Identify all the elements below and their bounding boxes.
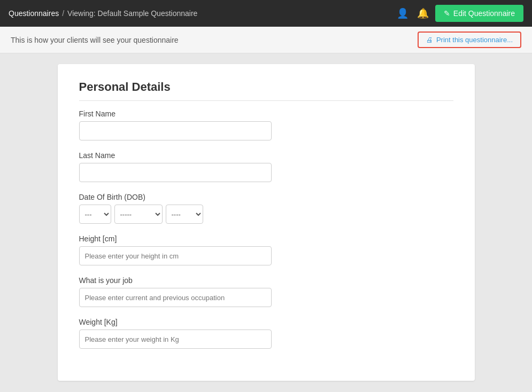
form-group-dob: Date Of Birth (DOB) --- ----- ---- <box>79 193 453 224</box>
edit-button-label: Edit Questionnaire <box>453 9 515 18</box>
form-group-first-name: First Name <box>79 109 453 140</box>
weight-input[interactable] <box>79 330 272 349</box>
preview-banner: This is how your clients will see your q… <box>0 27 532 53</box>
job-input[interactable] <box>79 288 272 307</box>
job-label: What is your job <box>79 276 453 285</box>
print-questionnaire-button[interactable]: 🖨 Print this questionnaire... <box>418 32 521 48</box>
user-icon: 👤 <box>397 7 408 19</box>
first-name-label: First Name <box>79 109 453 118</box>
last-name-input[interactable] <box>79 163 272 182</box>
last-name-label: Last Name <box>79 151 453 160</box>
form-group-job: What is your job <box>79 276 453 307</box>
weight-label: Weight [Kg] <box>79 318 453 326</box>
dob-row: --- ----- ---- <box>79 205 453 224</box>
dob-month-select[interactable]: ----- <box>114 205 163 224</box>
edit-icon: ✎ <box>444 9 450 18</box>
edit-questionnaire-button[interactable]: ✎ Edit Questionnaire <box>435 5 523 22</box>
form-card: Personal Details First Name Last Name Da… <box>58 64 475 381</box>
bell-icon: 🔔 <box>417 7 429 19</box>
form-group-height: Height [cm] <box>79 234 453 265</box>
print-icon: 🖨 <box>426 36 433 44</box>
nav-icons: 👤 🔔 <box>397 7 429 19</box>
banner-text: This is how your clients will see your q… <box>11 36 179 44</box>
breadcrumb-home[interactable]: Questionnaires <box>9 9 59 18</box>
breadcrumb: Questionnaires / Viewing: Default Sample… <box>9 9 197 18</box>
height-label: Height [cm] <box>79 234 453 243</box>
breadcrumb-current: Viewing: Default Sample Questionnaire <box>67 9 197 18</box>
print-label: Print this questionnaire... <box>436 36 513 44</box>
dob-label: Date Of Birth (DOB) <box>79 193 453 201</box>
nav-right: 👤 🔔 ✎ Edit Questionnaire <box>397 5 523 22</box>
section-title: Personal Details <box>79 80 453 101</box>
first-name-input[interactable] <box>79 121 272 140</box>
main-content: Personal Details First Name Last Name Da… <box>0 53 532 392</box>
form-group-weight: Weight [Kg] <box>79 318 453 349</box>
top-navigation: Questionnaires / Viewing: Default Sample… <box>0 0 532 27</box>
dob-year-select[interactable]: ---- <box>166 205 203 224</box>
dob-day-select[interactable]: --- <box>79 205 111 224</box>
form-group-last-name: Last Name <box>79 151 453 182</box>
breadcrumb-separator: / <box>62 9 64 18</box>
height-input[interactable] <box>79 246 272 265</box>
